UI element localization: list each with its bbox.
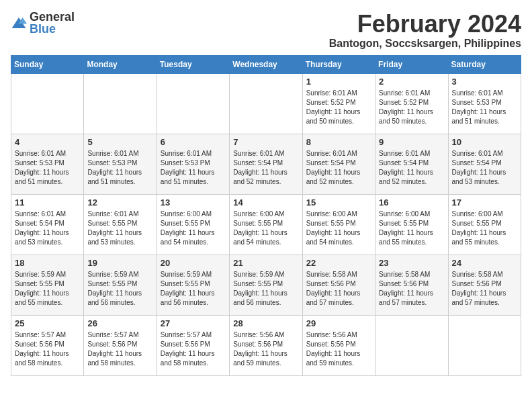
logo-blue-text: Blue: [30, 22, 56, 36]
day-info: Sunrise: 5:59 AMSunset: 5:55 PMDaylight:…: [233, 271, 287, 306]
table-row: 15 Sunrise: 6:00 AMSunset: 5:55 PMDaylig…: [302, 194, 375, 255]
table-row: 18 Sunrise: 5:59 AMSunset: 5:55 PMDaylig…: [11, 255, 84, 315]
table-row: 4 Sunrise: 6:01 AMSunset: 5:53 PMDayligh…: [11, 134, 84, 194]
day-info: Sunrise: 5:58 AMSunset: 5:56 PMDaylight:…: [306, 271, 361, 306]
table-row: 21 Sunrise: 5:59 AMSunset: 5:55 PMDaylig…: [230, 255, 302, 315]
calendar-week-4: 25 Sunrise: 5:57 AMSunset: 5:56 PMDaylig…: [11, 315, 521, 375]
table-row: 20 Sunrise: 5:59 AMSunset: 5:55 PMDaylig…: [157, 255, 229, 315]
day-number: 29: [306, 318, 371, 328]
day-number: 3: [452, 77, 517, 87]
day-info: Sunrise: 5:58 AMSunset: 5:56 PMDaylight:…: [452, 271, 506, 306]
day-number: 26: [87, 318, 152, 328]
day-number: 17: [452, 197, 517, 208]
table-row: [157, 73, 229, 134]
day-info: Sunrise: 5:59 AMSunset: 5:55 PMDaylight:…: [15, 271, 69, 306]
day-info: Sunrise: 6:01 AMSunset: 5:54 PMDaylight:…: [379, 150, 433, 185]
table-row: 13 Sunrise: 6:00 AMSunset: 5:55 PMDaylig…: [157, 194, 229, 255]
table-row: [448, 315, 521, 375]
table-row: 25 Sunrise: 5:57 AMSunset: 5:56 PMDaylig…: [11, 315, 84, 375]
table-row: 7 Sunrise: 6:01 AMSunset: 5:54 PMDayligh…: [230, 134, 302, 194]
calendar-table: Sunday Monday Tuesday Wednesday Thursday…: [11, 55, 521, 376]
day-number: 7: [233, 137, 298, 147]
day-info: Sunrise: 5:59 AMSunset: 5:55 PMDaylight:…: [161, 271, 215, 306]
day-info: Sunrise: 5:56 AMSunset: 5:56 PMDaylight:…: [233, 331, 287, 367]
day-info: Sunrise: 6:01 AMSunset: 5:54 PMDaylight:…: [15, 210, 69, 246]
table-row: 9 Sunrise: 6:01 AMSunset: 5:54 PMDayligh…: [375, 134, 448, 194]
day-info: Sunrise: 6:01 AMSunset: 5:53 PMDaylight:…: [87, 150, 142, 185]
table-row: 14 Sunrise: 6:00 AMSunset: 5:55 PMDaylig…: [230, 194, 302, 255]
day-info: Sunrise: 5:57 AMSunset: 5:56 PMDaylight:…: [15, 331, 69, 367]
col-friday: Friday: [375, 55, 448, 73]
table-row: 29 Sunrise: 5:56 AMSunset: 5:56 PMDaylig…: [302, 315, 375, 375]
day-number: 2: [379, 77, 444, 87]
table-row: 24 Sunrise: 5:58 AMSunset: 5:56 PMDaylig…: [448, 255, 521, 315]
day-number: 9: [379, 137, 444, 147]
subtitle: Bantogon, Soccsksargen, Philippines: [329, 38, 521, 50]
table-row: 19 Sunrise: 5:59 AMSunset: 5:55 PMDaylig…: [84, 255, 157, 315]
table-row: 27 Sunrise: 5:57 AMSunset: 5:56 PMDaylig…: [157, 315, 229, 375]
day-number: 22: [306, 258, 371, 268]
day-info: Sunrise: 5:59 AMSunset: 5:55 PMDaylight:…: [87, 271, 142, 306]
title-area: February 2024 Bantogon, Soccsksargen, Ph…: [329, 11, 521, 50]
calendar-week-3: 18 Sunrise: 5:59 AMSunset: 5:55 PMDaylig…: [11, 255, 521, 315]
logo-general-text: General: [30, 10, 75, 24]
day-number: 16: [379, 197, 444, 208]
day-info: Sunrise: 6:01 AMSunset: 5:52 PMDaylight:…: [379, 89, 433, 125]
day-info: Sunrise: 6:01 AMSunset: 5:54 PMDaylight:…: [306, 150, 361, 185]
day-number: 15: [306, 197, 371, 208]
col-saturday: Saturday: [448, 55, 521, 73]
col-wednesday: Wednesday: [230, 55, 302, 73]
table-row: 11 Sunrise: 6:01 AMSunset: 5:54 PMDaylig…: [11, 194, 84, 255]
day-info: Sunrise: 6:01 AMSunset: 5:53 PMDaylight:…: [161, 150, 215, 185]
day-number: 5: [87, 137, 152, 147]
calendar-header: Sunday Monday Tuesday Wednesday Thursday…: [11, 55, 521, 73]
day-info: Sunrise: 6:01 AMSunset: 5:53 PMDaylight:…: [15, 150, 69, 185]
table-row: 1 Sunrise: 6:01 AMSunset: 5:52 PMDayligh…: [302, 73, 375, 134]
day-number: 8: [306, 137, 371, 147]
col-tuesday: Tuesday: [157, 55, 229, 73]
table-row: 2 Sunrise: 6:01 AMSunset: 5:52 PMDayligh…: [375, 73, 448, 134]
day-info: Sunrise: 6:00 AMSunset: 5:55 PMDaylight:…: [233, 210, 287, 246]
day-number: 14: [233, 197, 298, 208]
calendar-week-1: 4 Sunrise: 6:01 AMSunset: 5:53 PMDayligh…: [11, 134, 521, 194]
day-info: Sunrise: 6:00 AMSunset: 5:55 PMDaylight:…: [452, 210, 506, 246]
table-row: [11, 73, 84, 134]
header-row: Sunday Monday Tuesday Wednesday Thursday…: [11, 55, 521, 73]
table-row: 6 Sunrise: 6:01 AMSunset: 5:53 PMDayligh…: [157, 134, 229, 194]
table-row: [375, 315, 448, 375]
day-number: 20: [161, 258, 226, 268]
col-sunday: Sunday: [11, 55, 84, 73]
calendar-body: 1 Sunrise: 6:01 AMSunset: 5:52 PMDayligh…: [11, 73, 521, 375]
day-number: 23: [379, 258, 444, 268]
day-info: Sunrise: 5:57 AMSunset: 5:56 PMDaylight:…: [161, 331, 215, 367]
day-info: Sunrise: 6:01 AMSunset: 5:52 PMDaylight:…: [306, 89, 361, 125]
day-info: Sunrise: 6:01 AMSunset: 5:54 PMDaylight:…: [452, 150, 506, 185]
day-number: 13: [161, 197, 226, 208]
calendar-week-2: 11 Sunrise: 6:01 AMSunset: 5:54 PMDaylig…: [11, 194, 521, 255]
table-row: [230, 73, 302, 134]
day-number: 4: [15, 137, 80, 147]
day-number: 11: [15, 197, 80, 208]
table-row: 12 Sunrise: 6:01 AMSunset: 5:55 PMDaylig…: [84, 194, 157, 255]
day-info: Sunrise: 5:57 AMSunset: 5:56 PMDaylight:…: [87, 331, 142, 367]
day-info: Sunrise: 5:58 AMSunset: 5:56 PMDaylight:…: [379, 271, 433, 306]
day-number: 27: [161, 318, 226, 328]
header: General Blue February 2024 Bantogon, Soc…: [11, 11, 521, 50]
calendar-week-0: 1 Sunrise: 6:01 AMSunset: 5:52 PMDayligh…: [11, 73, 521, 134]
day-number: 6: [161, 137, 226, 147]
day-info: Sunrise: 6:01 AMSunset: 5:55 PMDaylight:…: [87, 210, 142, 246]
day-info: Sunrise: 6:01 AMSunset: 5:54 PMDaylight:…: [233, 150, 287, 185]
day-number: 21: [233, 258, 298, 268]
day-number: 12: [87, 197, 152, 208]
col-monday: Monday: [84, 55, 157, 73]
table-row: 23 Sunrise: 5:58 AMSunset: 5:56 PMDaylig…: [375, 255, 448, 315]
day-number: 24: [452, 258, 517, 268]
day-info: Sunrise: 6:00 AMSunset: 5:55 PMDaylight:…: [379, 210, 433, 246]
col-thursday: Thursday: [302, 55, 375, 73]
day-info: Sunrise: 6:00 AMSunset: 5:55 PMDaylight:…: [161, 210, 215, 246]
day-number: 18: [15, 258, 80, 268]
table-row: 22 Sunrise: 5:58 AMSunset: 5:56 PMDaylig…: [302, 255, 375, 315]
logo: General Blue: [11, 11, 75, 35]
day-info: Sunrise: 5:56 AMSunset: 5:56 PMDaylight:…: [306, 331, 361, 367]
table-row: 16 Sunrise: 6:00 AMSunset: 5:55 PMDaylig…: [375, 194, 448, 255]
